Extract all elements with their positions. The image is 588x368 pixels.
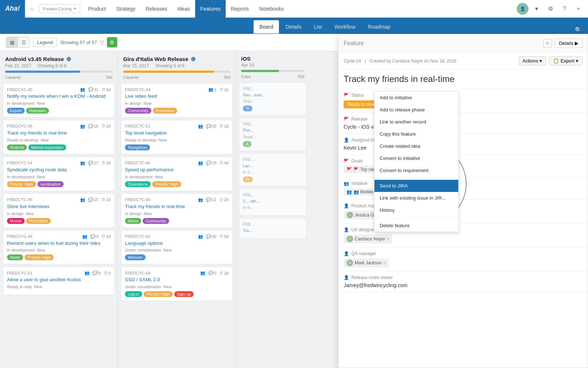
tag: Community bbox=[143, 218, 169, 224]
sub-nav-board[interactable]: Board bbox=[254, 20, 279, 33]
remove-qa-button[interactable]: × bbox=[383, 260, 386, 265]
card-fredcyc-45[interactable]: FREDCYC-45 👥 💬 31 ⏱ 5d Notify my network… bbox=[3, 83, 115, 118]
card-fredcyc-62[interactable]: FREDCYC-62 👥 💬 30 ⏱ 5d Language options … bbox=[121, 230, 233, 265]
card-fredcyc-49[interactable]: FREDCYC-49 👥 💬 15 ⏱ 1d Store live interv… bbox=[3, 193, 115, 228]
menu-send-jira[interactable]: Send to JIRA bbox=[374, 180, 458, 192]
card-fredcyc-51[interactable]: FREDCYC-51 👥 💬 8 ⏱ 0 Allow a user to giv… bbox=[3, 267, 115, 295]
nav-product[interactable]: Product bbox=[83, 0, 111, 18]
board-view-button[interactable]: ▦ bbox=[6, 37, 18, 47]
card-fredcyc-69[interactable]: FREDCYC-69 👥 💬 0 ⏱ 2d SSO / SAML 2.0 Und… bbox=[121, 267, 233, 301]
card-fredcyc-64[interactable]: FREDCYC-64 👥 6 ⏱ 2d Live video feed In d… bbox=[121, 83, 233, 118]
tag: Alerts bbox=[125, 218, 141, 224]
column-gira-add[interactable]: ⊕ bbox=[191, 56, 196, 62]
export-button[interactable]: 📋 Export ▾ bbox=[549, 56, 582, 65]
tag: Operations bbox=[125, 181, 151, 187]
card-id: FREDCYC-66 bbox=[125, 161, 150, 165]
menu-link-record[interactable]: Link to another record bbox=[374, 116, 458, 128]
menu-copy-feature[interactable]: Copy this feature bbox=[374, 128, 458, 140]
settings-icon[interactable]: ⚙ bbox=[545, 3, 556, 15]
tag: Android bbox=[7, 144, 27, 150]
tag: Priority: High bbox=[25, 254, 54, 260]
remove-ux-button[interactable]: × bbox=[387, 236, 389, 242]
nav-reports[interactable]: Reports bbox=[226, 0, 254, 18]
card-ios-2[interactable]: FRE... Pus... Read... A bbox=[239, 118, 306, 151]
card-fredcyc-66[interactable]: FREDCYC-66 👥 💬 19 ⏱ 4d Speed up performa… bbox=[121, 157, 233, 191]
menu-add-release-phase[interactable]: Add to release phase bbox=[374, 104, 458, 116]
menu-convert-requirement[interactable]: Convert to requirement bbox=[374, 164, 458, 176]
tag: Market expansion bbox=[28, 144, 66, 150]
workspace-selector[interactable]: Fredwin Cycling ▾ bbox=[39, 4, 80, 13]
search-icon[interactable]: 🔍 bbox=[569, 26, 588, 33]
tag: Promotion bbox=[26, 218, 50, 224]
menu-add-initiative[interactable]: Add to initiative bbox=[374, 92, 458, 104]
card-id: FREDCYC-62 bbox=[125, 234, 150, 239]
card-title: Remind users when to fuel during their r… bbox=[7, 240, 111, 247]
column-android-add[interactable]: ⊕ bbox=[66, 56, 71, 62]
menu-convert-initiative[interactable]: Convert to initiative bbox=[374, 152, 458, 164]
card-stats: 👥 💬 17 ⏱ 2d bbox=[80, 161, 111, 165]
actions-button[interactable]: Actions ▾ bbox=[519, 56, 546, 65]
ux-person-tag: C Candace Nayer × bbox=[344, 235, 392, 243]
card-title: Speed up performance bbox=[125, 167, 229, 173]
nav-strategy[interactable]: Strategy bbox=[111, 0, 140, 18]
card-status: In design New bbox=[125, 101, 229, 106]
feature-panel-title: Feature bbox=[344, 40, 364, 47]
column-gira-title: Gira d'Italia Web Release ⊕ bbox=[123, 56, 230, 62]
avatar-dropdown[interactable]: ▾ bbox=[531, 3, 542, 15]
card-tags: Android Market expansion bbox=[7, 144, 111, 150]
team-icon: 👥 bbox=[80, 87, 85, 92]
sub-nav-roadmap[interactable]: Roadmap bbox=[362, 20, 396, 33]
sub-nav-details[interactable]: Details bbox=[280, 20, 307, 33]
tag: Website bbox=[125, 254, 146, 260]
column-android: Android v3.45 Release ⊕ Feb 15, 2017 Sho… bbox=[0, 51, 118, 368]
card-tags: Operations Priority: High bbox=[125, 181, 229, 187]
pm-avatar: J bbox=[347, 212, 353, 218]
user-avatar[interactable]: 👤 bbox=[517, 3, 528, 15]
card-stats: 👥 💬 30 ⏱ 5d bbox=[198, 234, 229, 239]
card-status: In development New bbox=[7, 101, 111, 106]
nav-ideas[interactable]: Ideas bbox=[172, 0, 195, 18]
card-status: Under consideration New bbox=[125, 248, 229, 252]
card-tags: Community Promotion bbox=[125, 108, 229, 114]
capacity-fill-android bbox=[5, 71, 80, 73]
card-fredcyc-54[interactable]: FREDCYC-54 👥 💬 17 ⏱ 2d Syndicate cycling… bbox=[3, 157, 115, 191]
card-ios-4[interactable]: FRE... C... oth... In d... bbox=[239, 189, 306, 216]
details-button[interactable]: Details ▶ bbox=[555, 39, 582, 48]
tag: Tr bbox=[243, 106, 252, 111]
col3-header: iOS Apr 14 Capa25d bbox=[236, 51, 309, 81]
team-icon: 👥 bbox=[82, 234, 87, 239]
card-ios-3[interactable]: FRE... Lan... In d... Pr bbox=[239, 153, 306, 186]
view-toggle: ▦ ☰ bbox=[6, 37, 30, 48]
card-fredcyc-44[interactable]: FREDCYC-44 👥 💬 9 ⏱ 2d Remind users when … bbox=[3, 230, 115, 265]
menu-create-idea[interactable]: Create related idea bbox=[374, 140, 458, 152]
sub-nav-workflow[interactable]: Workflow bbox=[329, 20, 361, 33]
nav-releases[interactable]: Releases bbox=[140, 0, 172, 18]
list-view-button[interactable]: ☰ bbox=[18, 37, 30, 47]
settings-button[interactable]: ⚙ bbox=[107, 37, 117, 47]
menu-history[interactable]: History bbox=[374, 204, 458, 216]
feature-panel-close-button[interactable]: × bbox=[543, 39, 552, 48]
menu-delete-feature[interactable]: Delete feature bbox=[374, 219, 458, 232]
card-ios-5[interactable]: FRE... Tra... bbox=[239, 218, 306, 239]
legend-button[interactable]: Legend bbox=[33, 38, 57, 47]
sub-nav-list[interactable]: List bbox=[308, 20, 328, 33]
ux-avatar: C bbox=[347, 236, 353, 242]
card-status: Ready to develop New bbox=[125, 138, 229, 142]
add-icon[interactable]: + bbox=[573, 3, 584, 15]
feature-rn-section: 👤 Release notes owner Jamey@fredwincycli… bbox=[338, 271, 588, 292]
card-fredcyc-60[interactable]: FREDCYC-60 👥 💬 12 ⏱ 2d Track my friends … bbox=[121, 193, 233, 228]
actions-dropdown-menu: Add to initiative Add to release phase L… bbox=[374, 91, 459, 232]
card-fredcyc-46[interactable]: FREDCYC-46 👥 💬 18 ⏱ 2d Track my friends … bbox=[3, 120, 115, 154]
home-button[interactable]: ⌂ bbox=[25, 6, 39, 12]
filter-icon[interactable]: ▽ bbox=[100, 39, 104, 45]
column-android-header: Android v3.45 Release ⊕ Feb 15, 2017 Sho… bbox=[0, 51, 118, 82]
team-icon: 👥 bbox=[200, 271, 205, 275]
nav-notebooks[interactable]: Notebooks bbox=[254, 0, 289, 18]
card-title: Language options bbox=[125, 240, 229, 247]
nav-features[interactable]: Features bbox=[195, 0, 226, 18]
help-icon[interactable]: ? bbox=[559, 3, 570, 15]
card-ios-1[interactable]: FRE... Sav... auto... Ship... Tr bbox=[239, 82, 306, 115]
menu-link-jira[interactable]: Link with existing issue in JIR... bbox=[374, 192, 458, 204]
card-fredcyc-61[interactable]: FREDCYC-61 👥 💬 20 ⏱ 1d Top level navigat… bbox=[121, 120, 233, 154]
card-id: FREDCYC-46 bbox=[7, 124, 32, 128]
